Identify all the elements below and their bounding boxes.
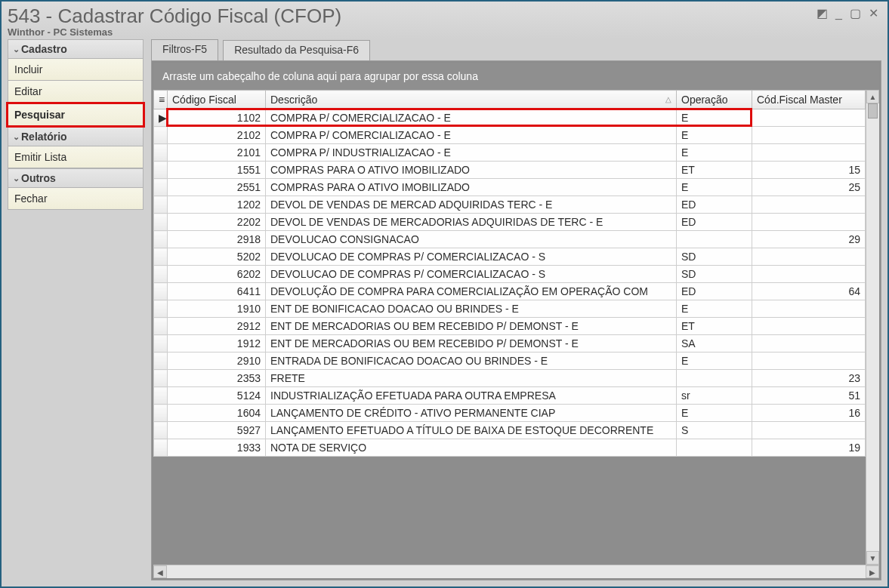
table-row[interactable]: 5927LANÇAMENTO EFETUADO A TÍTULO DE BAIX… <box>154 422 866 439</box>
sidebar-group-header[interactable]: ⌄Cadastro <box>8 39 144 59</box>
scroll-thumb[interactable] <box>868 103 878 119</box>
cell-codigo[interactable]: 2202 <box>168 214 266 231</box>
cell-master[interactable]: 25 <box>752 179 866 196</box>
cell-desc[interactable]: ENT DE MERCADORIAS OU BEM RECEBIDO P/ DE… <box>266 335 677 352</box>
cell-oper[interactable]: SD <box>677 248 752 266</box>
cell-master[interactable] <box>752 127 866 144</box>
cell-master[interactable]: 19 <box>752 439 866 457</box>
cell-oper[interactable]: sr <box>677 387 752 405</box>
minimize-icon[interactable]: _ <box>835 8 842 20</box>
table-row[interactable]: 2910ENTRADA DE BONIFICACAO DOACAO OU BRI… <box>154 352 866 370</box>
close-icon[interactable]: ✕ <box>869 8 878 20</box>
cell-oper[interactable]: ED <box>677 196 752 214</box>
cell-desc[interactable]: COMPRA P/ COMERCIALIZACAO - E <box>266 127 677 144</box>
cell-desc[interactable]: ENT DE BONIFICACAO DOACAO OU BRINDES - E <box>266 300 677 318</box>
cell-desc[interactable]: DEVOLUCAO DE COMPRAS P/ COMERCIALIZACAO … <box>266 248 677 266</box>
table-row[interactable]: 6202DEVOLUCAO DE COMPRAS P/ COMERCIALIZA… <box>154 266 866 283</box>
maximize-icon[interactable]: ▢ <box>850 8 861 20</box>
cell-desc[interactable]: LANÇAMENTO DE CRÉDITO - ATIVO PERMANENTE… <box>266 405 677 422</box>
sidebar-group-header[interactable]: ⌄Outros <box>8 168 144 188</box>
table-row[interactable]: 1933NOTA DE SERVIÇO19 <box>154 439 866 457</box>
cell-master[interactable] <box>752 144 866 162</box>
cell-desc[interactable]: COMPRAS PARA O ATIVO IMOBILIZADO <box>266 179 677 196</box>
cell-desc[interactable]: FRETE <box>266 370 677 387</box>
cell-master[interactable] <box>752 335 866 352</box>
table-row[interactable]: 2202DEVOL DE VENDAS DE MERCADORIAS ADQUI… <box>154 214 866 231</box>
tab[interactable]: Filtros-F5 <box>151 39 218 60</box>
cell-master[interactable] <box>752 196 866 214</box>
cell-oper[interactable]: ET <box>677 318 752 335</box>
cell-codigo[interactable]: 1910 <box>168 300 266 318</box>
cell-master[interactable]: 15 <box>752 162 866 179</box>
table-row[interactable]: 6411DEVOLUÇÃO DE COMPRA PARA COMERCIALIZ… <box>154 283 866 300</box>
cell-desc[interactable]: DEVOLUCAO DE COMPRAS P/ COMERCIALIZACAO … <box>266 266 677 283</box>
table-row[interactable]: 2912ENT DE MERCADORIAS OU BEM RECEBIDO P… <box>154 318 866 335</box>
data-grid[interactable]: ≡Código FiscalDescrição△OperaçãoCód.Fisc… <box>153 90 866 457</box>
table-row[interactable]: 2551COMPRAS PARA O ATIVO IMOBILIZADOE25 <box>154 179 866 196</box>
cell-desc[interactable]: NOTA DE SERVIÇO <box>266 439 677 457</box>
cell-codigo[interactable]: 2101 <box>168 144 266 162</box>
scroll-down-arrow[interactable]: ▼ <box>866 551 879 565</box>
table-row[interactable]: 2101COMPRA P/ INDUSTRIALIZACAO - EE <box>154 144 866 162</box>
cell-desc[interactable]: DEVOLUÇÃO DE COMPRA PARA COMERCIALIZAÇÃO… <box>266 283 677 300</box>
cell-codigo[interactable]: 1102 <box>168 109 266 127</box>
cell-master[interactable] <box>752 109 866 127</box>
cell-codigo[interactable]: 2551 <box>168 179 266 196</box>
cell-desc[interactable]: COMPRA P/ COMERCIALIZACAO - E <box>266 109 677 127</box>
table-row[interactable]: 1202DEVOL DE VENDAS DE MERCAD ADQUIRIDAS… <box>154 196 866 214</box>
column-header-codigo[interactable]: Código Fiscal <box>168 91 266 109</box>
cell-codigo[interactable]: 1912 <box>168 335 266 352</box>
sidebar-item-fechar[interactable]: Fechar <box>8 188 144 210</box>
cell-oper[interactable]: E <box>677 144 752 162</box>
group-by-bar[interactable]: Arraste um cabeçalho de coluna aqui para… <box>153 63 879 90</box>
table-row[interactable]: 1910ENT DE BONIFICACAO DOACAO OU BRINDES… <box>154 300 866 318</box>
table-row[interactable]: 1551COMPRAS PARA O ATIVO IMOBILIZADOET15 <box>154 162 866 179</box>
cell-master[interactable] <box>752 318 866 335</box>
table-row[interactable]: ▶1102COMPRA P/ COMERCIALIZACAO - EE <box>154 109 866 127</box>
scroll-up-arrow[interactable]: ▲ <box>866 90 879 103</box>
cell-codigo[interactable]: 1202 <box>168 196 266 214</box>
cell-oper[interactable] <box>677 439 752 457</box>
cell-oper[interactable]: E <box>677 352 752 370</box>
sidebar-item-emitir-lista[interactable]: Emitir Lista <box>8 146 144 168</box>
cell-desc[interactable]: DEVOLUCAO CONSIGNACAO <box>266 231 677 248</box>
cell-codigo[interactable]: 2910 <box>168 352 266 370</box>
table-row[interactable]: 1912ENT DE MERCADORIAS OU BEM RECEBIDO P… <box>154 335 866 352</box>
cell-codigo[interactable]: 1551 <box>168 162 266 179</box>
cell-oper[interactable]: SA <box>677 335 752 352</box>
cell-master[interactable] <box>752 422 866 439</box>
cell-oper[interactable]: SD <box>677 266 752 283</box>
cell-codigo[interactable]: 1933 <box>168 439 266 457</box>
cell-codigo[interactable]: 2102 <box>168 127 266 144</box>
cell-master[interactable]: 29 <box>752 231 866 248</box>
cell-oper[interactable]: E <box>677 405 752 422</box>
cell-oper[interactable]: ET <box>677 162 752 179</box>
column-header-oper[interactable]: Operação <box>677 91 752 109</box>
cell-oper[interactable]: S <box>677 422 752 439</box>
cell-master[interactable] <box>752 266 866 283</box>
tab[interactable]: Resultado da Pesquisa-F6 <box>223 40 370 61</box>
sidebar-group-header[interactable]: ⌄Relatório <box>8 127 144 146</box>
table-row[interactable]: 5124INDUSTRIALIZAÇÃO EFETUADA PARA OUTRA… <box>154 387 866 405</box>
cell-codigo[interactable]: 2918 <box>168 231 266 248</box>
vertical-scrollbar[interactable]: ▲ ▼ <box>866 90 879 565</box>
scroll-left-arrow[interactable]: ◀ <box>153 565 167 578</box>
cell-oper[interactable]: ED <box>677 214 752 231</box>
cell-desc[interactable]: DEVOL DE VENDAS DE MERCAD ADQUIRIDAS TER… <box>266 196 677 214</box>
cell-desc[interactable]: ENTRADA DE BONIFICACAO DOACAO OU BRINDES… <box>266 352 677 370</box>
sidebar-item-pesquisar[interactable]: Pesquisar <box>6 102 145 128</box>
cell-oper[interactable]: ED <box>677 283 752 300</box>
cell-oper[interactable] <box>677 231 752 248</box>
cell-desc[interactable]: ENT DE MERCADORIAS OU BEM RECEBIDO P/ DE… <box>266 318 677 335</box>
cell-master[interactable] <box>752 248 866 266</box>
cell-master[interactable]: 16 <box>752 405 866 422</box>
table-row[interactable]: 2918DEVOLUCAO CONSIGNACAO29 <box>154 231 866 248</box>
scroll-right-arrow[interactable]: ▶ <box>866 565 879 578</box>
cell-desc[interactable]: COMPRA P/ INDUSTRIALIZACAO - E <box>266 144 677 162</box>
cell-oper[interactable]: E <box>677 300 752 318</box>
horizontal-scrollbar[interactable]: ◀ ▶ <box>153 565 879 578</box>
table-row[interactable]: 1604LANÇAMENTO DE CRÉDITO - ATIVO PERMAN… <box>154 405 866 422</box>
cell-desc[interactable]: DEVOL DE VENDAS DE MERCADORIAS ADQUIRIDA… <box>266 214 677 231</box>
cell-codigo[interactable]: 1604 <box>168 405 266 422</box>
column-header-master[interactable]: Cód.Fiscal Master <box>752 91 866 109</box>
